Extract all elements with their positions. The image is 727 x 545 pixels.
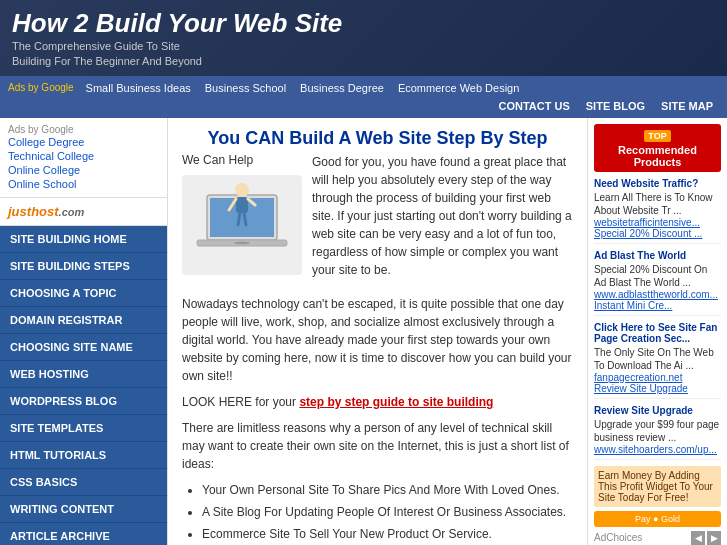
- justhost-logo[interactable]: justhost.com: [0, 198, 167, 226]
- sidebar-ad-online-college[interactable]: Online College: [8, 163, 159, 177]
- navbar: Ads by Google Small Business Ideas Busin…: [0, 76, 727, 118]
- content-title: You CAN Build A Web Site Step By Step: [182, 128, 573, 149]
- svg-point-4: [235, 183, 249, 197]
- nav-link-ecommerce[interactable]: Ecommerce Web Design: [392, 80, 525, 96]
- rec-item-4-desc: Upgrade your $99 four page business revi…: [594, 418, 721, 444]
- rec-item-3-link2[interactable]: Review Site Upgrade: [594, 383, 688, 394]
- content-list: Your Own Personal Site To Share Pics And…: [202, 481, 573, 545]
- earn-widget-box: Earn Money By Adding This Profit Widget …: [594, 466, 721, 507]
- navbar-right-links: CONTACT US SITE BLOG SITE MAP: [492, 98, 719, 114]
- top-badge: TOP: [644, 130, 670, 142]
- rec-item-2-title: Ad Blast The World: [594, 250, 721, 261]
- nav-link-small-business[interactable]: Small Business Ideas: [80, 80, 197, 96]
- list-item: Your Own Personal Site To Share Pics And…: [202, 481, 573, 499]
- we-can-help-label: We Can Help: [182, 153, 302, 167]
- rec-item-1-title: Need Website Traffic?: [594, 178, 721, 189]
- site-title: How 2 Build Your Web Site: [12, 8, 715, 39]
- laptop-illustration: [192, 180, 292, 270]
- step-by-step-link[interactable]: step by step guide to site building: [299, 395, 493, 409]
- rec-item-1-desc: Learn All There is To Know About Website…: [594, 191, 721, 217]
- rec-item-2-link[interactable]: www.adblasttheworld.com...: [594, 289, 718, 300]
- adchoices-label: AdChoices: [594, 532, 642, 543]
- sidebar-item-site-building-home[interactable]: SITE BUILDING HOME: [0, 226, 167, 253]
- content-step-link-para: LOOK HERE for your step by step guide to…: [182, 393, 573, 411]
- step-link-pre: LOOK HERE for your: [182, 395, 299, 409]
- adchoices-prev[interactable]: ◀: [691, 531, 705, 545]
- main-layout: Ads by Google College Degree Technical C…: [0, 118, 727, 545]
- sidebar-item-css-basics[interactable]: CSS BASICS: [0, 469, 167, 496]
- rec-item-4-link[interactable]: www.sitehoarders.com/up...: [594, 444, 717, 455]
- content-para3: There are limitless reasons why a person…: [182, 419, 573, 473]
- svg-point-3: [234, 241, 250, 244]
- rec-item-3: Click Here to See Site Fan Page Creation…: [594, 322, 721, 399]
- nav-contact-us[interactable]: CONTACT US: [492, 98, 575, 114]
- content-para2-block: Nowadays technology can't be escaped, it…: [182, 295, 573, 545]
- justhost-com: .com: [59, 206, 85, 218]
- rec-item-2: Ad Blast The World Special 20% Discount …: [594, 250, 721, 316]
- sidebar-ads-label: Ads by Google: [8, 124, 159, 135]
- sidebar-item-writing-content[interactable]: WRITING CONTENT: [0, 496, 167, 523]
- rec-item-4: Review Site Upgrade Upgrade your $99 fou…: [594, 405, 721, 460]
- rec-item-1-link2[interactable]: Special 20% Discount ...: [594, 228, 702, 239]
- laptop-image: [182, 175, 302, 275]
- adchoices-next[interactable]: ▶: [707, 531, 721, 545]
- justhost-highlight: host: [31, 204, 58, 219]
- sidebar-item-site-templates[interactable]: SITE TEMPLATES: [0, 415, 167, 442]
- nav-site-map[interactable]: SITE MAP: [655, 98, 719, 114]
- content-intro: We Can Help: [182, 153, 573, 287]
- recommended-box: TOP Recommended Products: [594, 124, 721, 172]
- earn-text: Earn Money By Adding This Profit Widget …: [598, 470, 713, 503]
- sidebar-ad-online-school[interactable]: Online School: [8, 177, 159, 191]
- sidebar-ad-technical-college[interactable]: Technical College: [8, 149, 159, 163]
- rec-item-2-desc: Special 20% Discount On Ad Blast The Wor…: [594, 263, 721, 289]
- content-para2: Nowadays technology can't be escaped, it…: [182, 295, 573, 385]
- rec-item-3-title: Click Here to See Site Fan Page Creation…: [594, 322, 721, 344]
- site-subtitle2: Building For The Beginner And Beyond: [12, 54, 715, 69]
- main-content: You CAN Build A Web Site Step By Step We…: [168, 118, 587, 545]
- sidebar-item-article-archive[interactable]: ARTICLE ARCHIVE: [0, 523, 167, 545]
- sidebar-item-site-building-steps[interactable]: SITE BUILDING STEPS: [0, 253, 167, 280]
- rec-item-1: Need Website Traffic? Learn All There is…: [594, 178, 721, 244]
- sidebar-ads-section: Ads by Google College Degree Technical C…: [0, 118, 167, 198]
- content-text-block: Good for you, you have found a great pla…: [312, 153, 573, 287]
- rec-item-1-link[interactable]: websitetrafficintensive...: [594, 217, 700, 228]
- nav-link-business-degree[interactable]: Business Degree: [294, 80, 390, 96]
- left-sidebar: Ads by Google College Degree Technical C…: [0, 118, 168, 545]
- site-header: How 2 Build Your Web Site The Comprehens…: [0, 0, 727, 76]
- nav-link-business-school[interactable]: Business School: [199, 80, 292, 96]
- justhost-text: just: [8, 204, 31, 219]
- rec-item-3-link[interactable]: fanpagecreation.net: [594, 372, 682, 383]
- sidebar-ad-college-degree[interactable]: College Degree: [8, 135, 159, 149]
- svg-line-9: [244, 213, 246, 225]
- list-item: Ecommerce Site To Sell Your New Product …: [202, 525, 573, 543]
- rec-item-2-link2[interactable]: Instant Mini Cre...: [594, 300, 672, 311]
- paypal-button[interactable]: Pay ● Gold: [594, 511, 721, 527]
- adchoices-bar: AdChoices ◀ ▶: [594, 531, 721, 545]
- list-item: A Site Blog For Updating People Of Inter…: [202, 503, 573, 521]
- rec-item-4-title: Review Site Upgrade: [594, 405, 721, 416]
- svg-rect-5: [236, 197, 248, 213]
- sidebar-item-html-tutorials[interactable]: HTML TUTORIALS: [0, 442, 167, 469]
- site-subtitle1: The Comprehensive Guide To Site: [12, 39, 715, 54]
- nav-site-blog[interactable]: SITE BLOG: [580, 98, 651, 114]
- content-para1: Good for you, you have found a great pla…: [312, 153, 573, 279]
- navbar-ads-label: Ads by Google: [8, 82, 74, 93]
- sidebar-nav: SITE BUILDING HOME SITE BUILDING STEPS C…: [0, 226, 167, 545]
- recommended-title: Recommended Products: [598, 144, 717, 168]
- sidebar-item-domain-registrar[interactable]: DOMAIN REGISTRAR: [0, 307, 167, 334]
- sidebar-item-choosing-topic[interactable]: CHOOSING A TOPIC: [0, 280, 167, 307]
- right-sidebar: TOP Recommended Products Need Website Tr…: [587, 118, 727, 545]
- svg-line-8: [238, 213, 240, 225]
- sidebar-item-choosing-site-name[interactable]: CHOOSING SITE NAME: [0, 334, 167, 361]
- adchoices-arrows: ◀ ▶: [691, 531, 721, 545]
- rec-item-3-desc: The Only Site On The Web To Download The…: [594, 346, 721, 372]
- sidebar-item-web-hosting[interactable]: WEB HOSTING: [0, 361, 167, 388]
- sidebar-item-wordpress-blog[interactable]: WORDPRESS BLOG: [0, 388, 167, 415]
